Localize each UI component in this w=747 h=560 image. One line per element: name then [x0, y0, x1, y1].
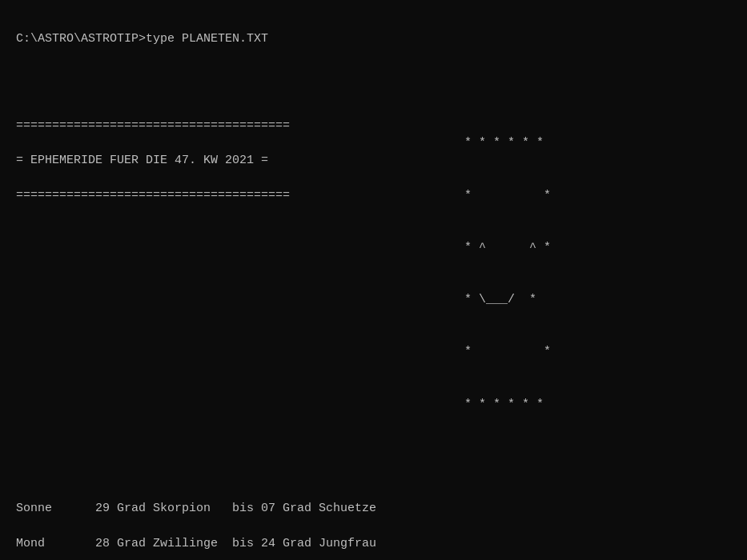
ascii-line-6: * * * * * * [464, 396, 551, 414]
ascii-line-1: * * * * * * [464, 134, 551, 152]
separator-bottom: ====================================== [16, 187, 448, 205]
empty-line-2 [16, 466, 731, 483]
separator-top: ====================================== [16, 118, 448, 135]
planet-mond: Mond 28 Grad Zwillinge bis 24 Grad Jungf… [16, 535, 731, 553]
header-block: ====================================== =… [16, 100, 448, 239]
ascii-line-5: * * [464, 343, 551, 361]
planet-sonne: Sonne 29 Grad Skorpion bis 07 Grad Schue… [16, 500, 731, 518]
ascii-art-block: * * * * * * * * * ^ ^ * * \___/ * * * * … [464, 100, 551, 448]
terminal-window: C:\ASTRO\ASTROTIP>type PLANETEN.TXT ====… [16, 13, 731, 560]
ascii-line-4: * \___/ * [464, 291, 551, 309]
empty-line [16, 65, 731, 82]
ascii-line-2: * * [464, 187, 551, 205]
command-line: C:\ASTRO\ASTROTIP>type PLANETEN.TXT [16, 30, 731, 48]
title-line: = EPHEMERIDE FUER DIE 47. KW 2021 = [16, 152, 448, 170]
ascii-line-3: * ^ ^ * [464, 239, 551, 257]
